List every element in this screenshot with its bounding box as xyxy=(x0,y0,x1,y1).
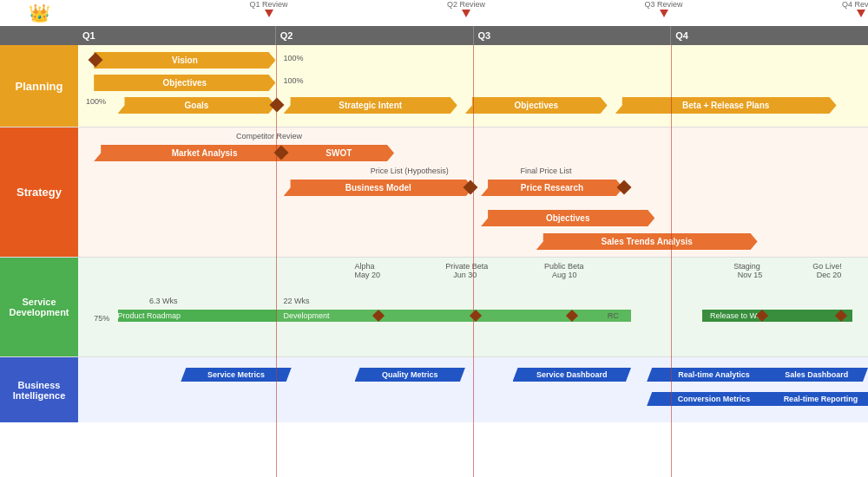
alpha-date: May 20 xyxy=(355,271,381,279)
goals-pct: 100% xyxy=(86,97,106,106)
strategic-intent-bar: Strategic Intent xyxy=(284,97,457,114)
service-section: Service Development Alpha Private Beta P… xyxy=(0,258,868,357)
go-live-date: Dec 20 xyxy=(817,271,842,279)
price-research-milestone xyxy=(617,180,632,195)
development-text: Development xyxy=(284,311,330,320)
q3-review-label: Q3 Review xyxy=(645,0,683,9)
q4-segment: Q4 xyxy=(671,26,868,45)
goals-bar: Goals xyxy=(118,97,276,114)
goals-milestone xyxy=(269,98,284,113)
bi-label: Business Intelligence xyxy=(0,357,78,422)
header-row: 👑 Q1 Review Q2 Review Q3 Review Q4 Revie… xyxy=(0,0,868,26)
price-hypothesis-label: Price List (Hypothesis) xyxy=(371,167,449,175)
main-container: 👑 Q1 Review Q2 Review Q3 Review Q4 Revie… xyxy=(0,0,868,477)
timeline-header: Q1 Review Q2 Review Q3 Review Q4 Review xyxy=(78,0,868,26)
conversion-metrics-bar: Conversion Metrics xyxy=(647,392,781,406)
service-label: Service Development xyxy=(0,258,78,356)
q1-review-marker: Q1 Review xyxy=(250,0,288,17)
business-model-bar: Business Model xyxy=(284,180,473,196)
q2-segment: Q2 xyxy=(276,26,474,45)
q3-review-marker: Q3 Review xyxy=(645,0,683,17)
quarter-segments: Q1 Q2 Q3 Q4 xyxy=(78,26,868,45)
objectives-pct: 100% xyxy=(284,76,304,85)
quality-metrics-bar: Quality Metrics xyxy=(355,368,465,382)
strategy-label: Strategy xyxy=(0,127,78,257)
q1-segment: Q1 xyxy=(78,26,276,45)
competitor-review-label: Competitor Review xyxy=(236,132,302,140)
swot-bar: SWOT xyxy=(284,145,394,161)
product-roadmap-wks: 6.3 Wks xyxy=(149,297,178,305)
planning-label: Planning xyxy=(0,45,78,127)
logo-icon: 👑 xyxy=(29,3,50,23)
public-beta-date: Aug 10 xyxy=(552,271,577,279)
q3-review-line xyxy=(671,45,672,477)
go-live-label: Go Live! xyxy=(812,262,842,271)
alpha-label: Alpha xyxy=(355,262,375,271)
objectives-strategy-bar: Objectives xyxy=(481,210,654,226)
price-research-bar: Price Research xyxy=(481,180,623,196)
final-price-label: Final Price List xyxy=(521,167,572,175)
q4-review-marker: Q4 Review xyxy=(842,0,868,17)
public-beta-label: Public Beta xyxy=(544,262,584,271)
staging-label: Staging xyxy=(733,262,760,271)
q1-review-label: Q1 Review xyxy=(250,0,288,9)
content-area: Planning Vision 100% Objectives 100% 100… xyxy=(0,45,868,477)
vision-pct: 100% xyxy=(284,54,304,62)
q2-review-label: Q2 Review xyxy=(447,0,485,9)
dev-wks: 22 Wks xyxy=(284,297,310,305)
sales-dashboard-bar: Sales Dashboard xyxy=(766,368,868,382)
q3-review-triangle xyxy=(660,10,668,17)
rc-label: RC xyxy=(608,311,619,320)
bi-section: Business Intelligence Service Metrics Qu… xyxy=(0,357,868,422)
objectives-row3-bar: Objectives xyxy=(465,97,608,114)
product-roadmap-pct: 75% xyxy=(94,314,109,323)
realtime-analytics-bar: Real-time Analytics xyxy=(647,368,781,382)
service-dashboard-bar: Service Dashboard xyxy=(513,368,632,382)
q1-review-triangle xyxy=(265,10,273,17)
q2-review-marker: Q2 Review xyxy=(447,0,485,17)
quarter-bar-left xyxy=(0,26,78,45)
planning-section: Planning Vision 100% Objectives 100% 100… xyxy=(0,45,868,127)
logo-area: 👑 xyxy=(0,0,78,26)
beta-release-bar: Beta + Release Plans xyxy=(615,97,837,114)
realtime-reporting-bar: Real-time Reporting xyxy=(766,392,868,406)
vision-bar: Vision xyxy=(94,52,275,69)
q2-review-triangle xyxy=(462,10,470,17)
q2-review-line xyxy=(473,45,474,477)
sales-trends-bar: Sales Trends Analysis xyxy=(536,233,758,250)
q4-review-label: Q4 Review xyxy=(842,0,868,9)
objectives-planning-bar: Objectives xyxy=(94,75,275,91)
q4-review-triangle xyxy=(857,10,865,17)
staging-date: Nov 15 xyxy=(738,271,763,279)
quarter-bar: Q1 Q2 Q3 Q4 xyxy=(0,26,868,45)
private-beta-label: Private Beta xyxy=(445,262,488,271)
q3-segment: Q3 xyxy=(474,26,672,45)
strategy-section: Strategy Competitor Review Market Analys… xyxy=(0,127,868,258)
product-roadmap-text: Product Roadmap xyxy=(118,311,181,320)
